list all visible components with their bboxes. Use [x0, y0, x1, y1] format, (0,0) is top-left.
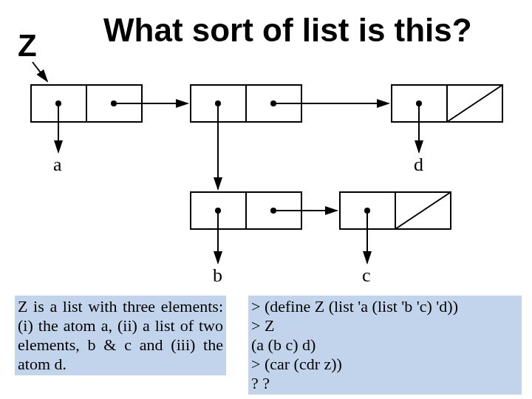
svg-line-12 [447, 85, 502, 122]
code-line-2: > Z [251, 316, 519, 335]
code-line-1: > (define Z (list 'a (list 'b 'c) 'd)) [251, 297, 519, 316]
cons-cell-3 [392, 85, 502, 122]
description-right: > (define Z (list 'a (list 'b 'c) 'd)) >… [248, 296, 522, 395]
atom-b-label: b [213, 265, 222, 287]
atom-c-label: c [362, 265, 371, 287]
code-line-4: > (car (cdr z)) [251, 355, 519, 374]
description-left: Z is a list with three elements: (i) the… [15, 296, 226, 375]
atom-d-label: d [414, 154, 423, 176]
cons-cell-c [340, 192, 451, 229]
code-line-5: ? ? [251, 374, 519, 393]
svg-line-0 [33, 62, 47, 81]
code-line-3: (a (b c) d) [251, 335, 519, 355]
svg-line-25 [395, 192, 451, 229]
atom-a-label: a [53, 154, 62, 176]
